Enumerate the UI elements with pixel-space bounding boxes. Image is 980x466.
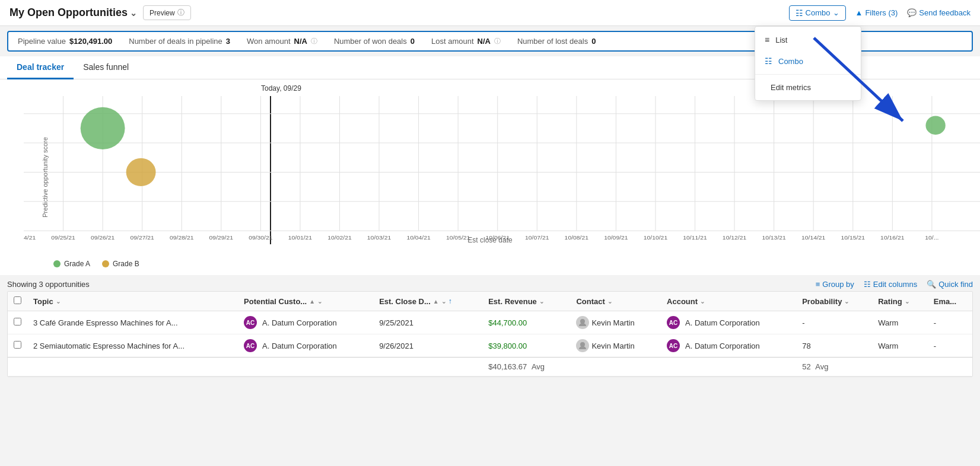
col-est-close-date[interactable]: Est. Close D... ▲ ⌄ ↑ (373, 292, 482, 311)
edit-columns-label: Edit columns (873, 280, 917, 289)
topic-sort-icon[interactable]: ⌄ (56, 298, 61, 305)
table-row[interactable]: 2 Semiautomatic Espresso Machines for A.… (8, 334, 972, 358)
lost-amount-metric: Lost amount N/A ⓘ (431, 37, 501, 46)
edit-columns-icon: ☷ (864, 280, 871, 289)
col-probability-label: Probability (802, 297, 842, 306)
quick-find-label: Quick find (938, 280, 973, 289)
checkbox-all[interactable] (14, 296, 21, 304)
combo-grid-icon: ☷ (796, 8, 803, 18)
legend-grade-b-dot (102, 260, 109, 267)
potential-customer-sort-icon[interactable]: ⌄ (317, 298, 322, 305)
row1-est-revenue: $44,700.00 (482, 311, 570, 334)
svg-text:10/10/21: 10/10/21 (644, 234, 668, 240)
legend-grade-a-label: Grade A (64, 260, 90, 268)
row1-checkbox-cell[interactable] (8, 311, 27, 334)
est-close-up-icon[interactable]: ↑ (448, 297, 452, 305)
svg-text:10/16/21: 10/16/21 (880, 234, 905, 240)
filters-button[interactable]: ▲ Filters (3) (855, 8, 898, 17)
svg-text:10/09/21: 10/09/21 (604, 234, 628, 240)
select-all-checkbox[interactable] (8, 292, 27, 311)
lost-amount-info-icon[interactable]: ⓘ (494, 37, 501, 46)
tab-sales-funnel[interactable]: Sales funnel (74, 56, 138, 79)
bubble-grade-a-2[interactable] (925, 116, 945, 135)
preview-button[interactable]: Preview ⓘ (143, 5, 191, 20)
group-by-button[interactable]: ≡ Group by (816, 280, 854, 289)
top-bar: My Open Opportunities ⌄ Preview ⓘ ☷ Comb… (0, 0, 980, 26)
col-topic[interactable]: Topic ⌄ (27, 292, 238, 311)
row2-customer-name[interactable]: A. Datum Corporation (262, 341, 337, 350)
dropdown-combo-item[interactable]: ☷ Combo (755, 50, 861, 72)
col-account[interactable]: Account ⌄ (661, 292, 796, 311)
col-rating[interactable]: Rating ⌄ (872, 292, 928, 311)
table-header-row: Topic ⌄ Potential Custo... ▲ ⌄ Est (8, 292, 972, 311)
bubble-grade-a-1[interactable] (81, 107, 125, 149)
row2-checkbox[interactable] (14, 341, 21, 349)
row1-contact-name[interactable]: Kevin Martin (591, 318, 634, 327)
dropdown-list-item[interactable]: ≡ List (755, 29, 861, 50)
opportunities-table: Topic ⌄ Potential Custo... ▲ ⌄ Est (8, 292, 972, 376)
row2-checkbox-cell[interactable] (8, 334, 27, 358)
svg-text:10/07/21: 10/07/21 (525, 234, 549, 240)
svg-text:10/14/21: 10/14/21 (801, 234, 826, 240)
svg-text:09/26/21: 09/26/21 (91, 234, 115, 240)
bubble-grade-b-1[interactable] (126, 158, 156, 186)
won-amount-info-icon[interactable]: ⓘ (311, 37, 317, 46)
col-contact[interactable]: Contact ⌄ (570, 292, 661, 311)
probability-sort-icon[interactable]: ⌄ (844, 298, 849, 305)
est-revenue-sort-icon[interactable]: ⌄ (539, 298, 544, 305)
est-close-sort-icon[interactable]: ⌄ (441, 298, 446, 305)
row2-est-close-date: 9/26/2021 (373, 334, 482, 358)
col-email[interactable]: Ema... (928, 292, 972, 311)
row1-checkbox[interactable] (14, 318, 21, 325)
est-close-filter-icon[interactable]: ▲ (433, 298, 439, 305)
lost-amount-value: N/A (478, 37, 491, 46)
list-actions: ≡ Group by ☷ Edit columns 🔍 Quick find (816, 280, 973, 289)
send-feedback-button[interactable]: 💬 Send feedback (907, 8, 971, 17)
list-count: Showing 3 opportunities (7, 280, 90, 289)
avg-topic-cell (27, 358, 238, 376)
rating-sort-icon[interactable]: ⌄ (905, 298, 909, 305)
row1-customer-name[interactable]: A. Datum Corporation (262, 318, 337, 327)
col-potential-customer[interactable]: Potential Custo... ▲ ⌄ (238, 292, 373, 311)
contact-sort-icon[interactable]: ⌄ (607, 298, 612, 305)
col-probability[interactable]: Probability ⌄ (796, 292, 872, 311)
edit-columns-button[interactable]: ☷ Edit columns (864, 280, 917, 289)
combo-button[interactable]: ☷ Combo ⌄ (789, 5, 846, 21)
row1-email: - (928, 311, 972, 334)
list-section: Showing 3 opportunities ≡ Group by ☷ Edi… (0, 275, 980, 377)
row2-account-name[interactable]: A. Datum Corporation (685, 341, 760, 350)
chart-today-label: Today, 09/29 (261, 84, 301, 92)
row1-contact: Kevin Martin (570, 311, 661, 334)
row2-contact-name[interactable]: Kevin Martin (591, 341, 634, 350)
chart-svg: 90 85 75 (24, 96, 980, 240)
quick-find-button[interactable]: 🔍 Quick find (927, 280, 973, 289)
avg-email-cell (928, 358, 972, 376)
account-sort-icon[interactable]: ⌄ (700, 298, 705, 305)
page-title-text: My Open Opportunities (9, 7, 128, 19)
col-topic-label: Topic (33, 297, 53, 306)
col-est-revenue[interactable]: Est. Revenue ⌄ (482, 292, 570, 311)
row1-account-name[interactable]: A. Datum Corporation (685, 318, 760, 327)
search-icon: 🔍 (927, 280, 936, 289)
title-chevron-icon[interactable]: ⌄ (130, 8, 137, 18)
potential-customer-filter-icon[interactable]: ▲ (309, 298, 315, 305)
row2-est-revenue: $39,800.00 (482, 334, 570, 358)
table-row[interactable]: 3 Café Grande Espresso Machines for A...… (8, 311, 972, 334)
dropdown-edit-metrics-item[interactable]: Edit metrics (755, 77, 861, 98)
svg-text:10/15/21: 10/15/21 (841, 234, 866, 240)
legend-grade-a-dot (53, 260, 61, 267)
filter-icon: ▲ (855, 8, 863, 17)
avg-probability-cell: 52 Avg (796, 358, 872, 376)
row1-est-close-date: 9/25/2021 (373, 311, 482, 334)
col-contact-label: Contact (576, 297, 604, 306)
row2-rating: Warm (872, 334, 928, 358)
svg-text:10/05/21: 10/05/21 (446, 234, 470, 240)
lost-deals-metric: Number of lost deals 0 (517, 37, 596, 46)
svg-text:10/12/21: 10/12/21 (723, 234, 747, 240)
svg-text:09/29/21: 09/29/21 (209, 234, 234, 240)
avg-revenue-cell: $40,163.67 Avg (482, 358, 570, 376)
send-feedback-label: Send feedback (919, 8, 971, 17)
row2-email: - (928, 334, 972, 358)
tab-deal-tracker[interactable]: Deal tracker (7, 56, 74, 79)
row2-account-badge: AC (667, 339, 680, 352)
